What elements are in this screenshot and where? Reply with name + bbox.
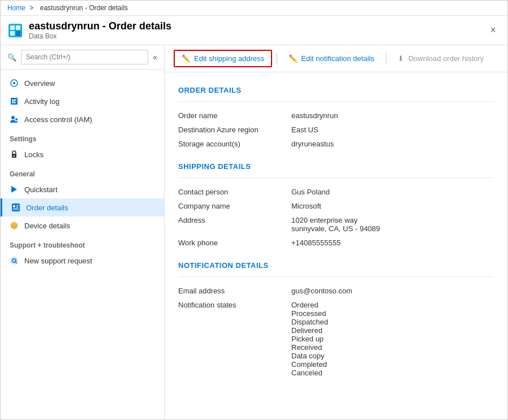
sidebar-item-label-device: Device details [24,222,70,230]
azure-region-label: Destination Azure region [178,125,291,134]
shipping-details-table: Contact person Gus Poland Company name M… [178,185,494,250]
order-name-row: Order name eastusdrynrun [178,109,494,123]
notification-state-item: Delivered [291,326,494,335]
order-details-table: Order name eastusdrynrun Destination Azu… [178,109,494,151]
edit-notification-icon: ✏️ [289,54,298,63]
breadcrumb-home[interactable]: Home [7,4,25,12]
azure-region-value: East US [291,125,494,134]
sidebar-collapse-button[interactable]: « [153,53,157,62]
notification-state-item: Dispatched [291,318,494,326]
notification-section-divider [178,276,494,277]
sidebar-item-new-support[interactable]: New support request [1,252,164,270]
order-section-divider [178,101,494,102]
edit-shipping-label: Edit shipping address [194,54,264,63]
shipping-section-divider [178,177,494,178]
edit-shipping-address-button[interactable]: ✏️ Edit shipping address [174,50,272,67]
work-phone-value: +14085555555 [291,239,494,247]
titlebar-subtitle: Data Box [29,32,485,40]
sidebar-item-quickstart[interactable]: Quickstart [1,180,164,198]
company-name-value: Microsoft [291,202,494,210]
storage-account-value: dryruneastus [291,140,494,148]
contact-person-value: Gus Poland [291,188,494,196]
svg-rect-2 [16,25,20,30]
sidebar-item-overview[interactable]: Overview [1,74,164,92]
svg-rect-1 [10,25,15,30]
notification-state-item: Received [291,343,494,352]
order-name-value: eastusdrynrun [291,111,494,120]
storage-account-label: Storage account(s) [178,140,291,148]
notification-states-values: OrderedProcessedDispatchedDeliveredPicke… [291,301,494,377]
activity-log-icon [10,97,19,106]
detail-content: ORDER DETAILS Order name eastusdrynrun D… [165,72,507,419]
shipping-details-section-header: SHIPPING DETAILS [178,162,494,171]
notification-state-item: Processed [291,309,494,318]
main-layout: 🔍 « Overview Activity log [1,45,507,419]
email-address-row: Email address gus@contoso.com [178,284,494,298]
download-history-label: Download order history [408,54,484,63]
sidebar-nav: Overview Activity log Access control (IA… [1,70,164,419]
lock-icon [10,150,19,159]
breadcrumb-separator: > [29,4,33,12]
sidebar-item-device-details[interactable]: Device details [1,217,164,235]
databox-icon [7,23,23,38]
sidebar-section-support: Support + troubleshoot [1,235,164,252]
svg-point-14 [14,155,15,157]
sidebar-item-label-access: Access control (IAM) [24,115,92,124]
sidebar-item-label-support: New support request [24,257,92,265]
contact-person-label: Contact person [178,188,291,196]
sidebar-section-general: General [1,163,164,180]
notification-state-item: Data copy [291,352,494,360]
order-name-label: Order name [178,111,291,120]
azure-region-row: Destination Azure region East US [178,123,494,137]
svg-rect-10 [12,102,16,103]
sidebar-item-locks[interactable]: Locks [1,145,164,163]
sidebar-search-container: 🔍 « [1,45,164,70]
device-details-icon [10,221,19,230]
contact-person-row: Contact person Gus Poland [178,185,494,199]
sidebar-item-label-activity: Activity log [24,97,59,106]
titlebar-text: eastusdrynrun - Order details Data Box [29,20,485,40]
titlebar: eastusdrynrun - Order details Data Box × [1,16,507,45]
svg-rect-19 [16,207,18,208]
breadcrumb: Home > eastusdrynrun - Order details [1,1,507,16]
edit-shipping-pencil-icon: ✏️ [182,54,191,63]
search-icon: 🔍 [7,53,16,62]
download-history-icon: ⬇ [398,54,404,63]
content-area: ✏️ Edit shipping address ✏️ Edit notific… [165,45,507,419]
sidebar-item-activity-log[interactable]: Activity log [1,92,164,110]
toolbar-separator-1 [277,53,277,64]
order-details-icon [11,203,20,212]
email-address-label: Email address [178,287,291,295]
download-history-button[interactable]: ⬇ Download order history [391,51,491,66]
order-details-section-header: ORDER DETAILS [178,86,494,94]
notification-state-item: Canceled [291,369,494,377]
sidebar-item-order-details[interactable]: Order details [1,198,164,217]
notification-details-table: Email address gus@contoso.com Notificati… [178,284,494,380]
sidebar: 🔍 « Overview Activity log [1,45,165,419]
edit-notification-button[interactable]: ✏️ Edit notification details [282,51,381,66]
notification-state-item: Ordered [291,301,494,309]
svg-point-11 [11,116,15,119]
quickstart-icon [10,185,19,194]
address-value: 1020 enterprise way sunnyvale, CA, US - … [291,216,494,233]
address-line-1: 1020 enterprise way [291,216,494,224]
close-button[interactable]: × [485,22,501,38]
company-name-row: Company name Microsoft [178,199,494,213]
work-phone-label: Work phone [178,239,291,247]
sidebar-item-label-overview: Overview [24,79,55,88]
notification-details-section-header: NOTIFICATION DETAILS [178,261,494,270]
email-address-value: gus@contoso.com [291,287,494,295]
svg-point-6 [13,82,15,84]
toolbar-separator-2 [386,53,386,64]
sidebar-item-access-control[interactable]: Access control (IAM) [1,110,164,128]
svg-rect-16 [12,203,20,211]
breadcrumb-current: eastusdrynrun - Order details [40,4,128,12]
storage-account-row: Storage account(s) dryruneastus [178,137,494,151]
access-control-icon [10,115,19,124]
search-input[interactable] [21,50,148,64]
svg-rect-4 [16,31,20,36]
svg-rect-8 [12,99,16,101]
address-line-2: sunnyvale, CA, US - 94089 [291,224,494,233]
address-label: Address [178,216,291,233]
sidebar-item-label-locks: Locks [24,150,44,159]
